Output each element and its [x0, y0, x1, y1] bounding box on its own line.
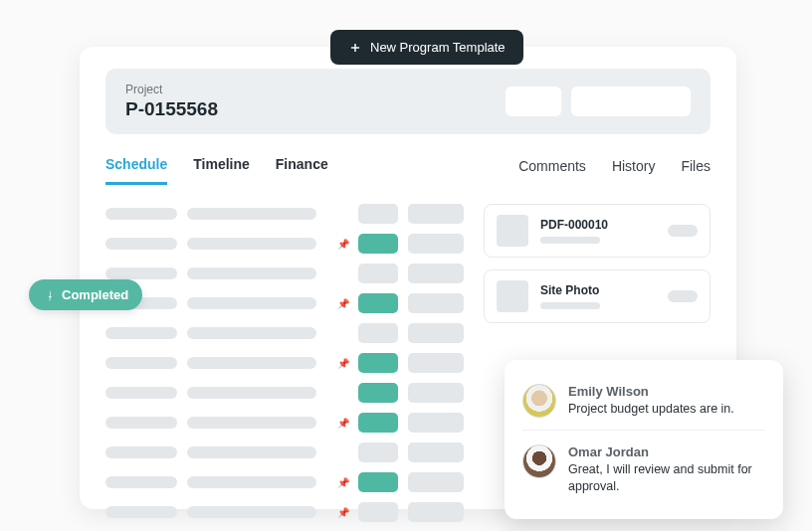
- placeholder-bar: [408, 383, 464, 403]
- file-thumbnail-icon: [497, 280, 528, 312]
- tab-timeline[interactable]: Timeline: [193, 156, 250, 185]
- file-card[interactable]: PDF-000010: [484, 204, 710, 258]
- placeholder-bar: [187, 267, 316, 279]
- tab-comments[interactable]: Comments: [518, 158, 586, 184]
- status-bar: [358, 383, 398, 403]
- schedule-row: 📌: [105, 234, 464, 254]
- comment-item: Emily Wilson Project budget updates are …: [522, 376, 765, 426]
- file-badge: [668, 225, 698, 237]
- placeholder-bar: [105, 357, 177, 369]
- schedule-row: [105, 204, 464, 224]
- placeholder-bar: [358, 264, 398, 283]
- schedule-row: 📌: [105, 502, 464, 522]
- pin-icon: 📌: [338, 358, 348, 368]
- file-info: PDF-000010: [540, 218, 656, 244]
- placeholder-bar: [358, 502, 398, 522]
- schedule-row: [105, 323, 464, 343]
- pin-icon: 📌: [338, 418, 348, 428]
- comment-body: Omar Jordan Great, I will review and sub…: [568, 444, 765, 495]
- header-box-large[interactable]: [571, 87, 691, 116]
- placeholder-bar: [187, 417, 316, 429]
- placeholder-bar: [187, 446, 316, 458]
- placeholder-bar: [408, 323, 464, 343]
- placeholder-bar: [187, 297, 316, 309]
- status-bar: [358, 234, 398, 254]
- placeholder-bar: [187, 327, 316, 339]
- file-badge: [668, 290, 698, 302]
- pin-icon: 📌: [338, 239, 348, 249]
- file-subtitle-placeholder: [540, 302, 600, 309]
- placeholder-bar: [187, 387, 316, 399]
- tab-history[interactable]: History: [612, 158, 656, 184]
- placeholder-bar: [408, 234, 464, 254]
- pin-icon: [43, 289, 55, 301]
- placeholder-bar: [105, 208, 177, 220]
- status-bar: [358, 293, 398, 313]
- header-action-placeholders: [506, 87, 691, 116]
- status-bar: [358, 413, 398, 433]
- placeholder-bar: [408, 413, 464, 433]
- completed-label: Completed: [62, 287, 128, 302]
- schedule-row: 📌: [105, 472, 464, 492]
- schedule-row: 📌: [105, 293, 464, 313]
- placeholder-bar: [408, 442, 464, 462]
- placeholder-bar: [105, 327, 177, 339]
- comment-item: Omar Jordan Great, I will review and sub…: [522, 430, 765, 503]
- comment-text: Project budget updates are in.: [568, 401, 765, 418]
- placeholder-bar: [408, 293, 464, 313]
- placeholder-bar: [105, 387, 177, 399]
- tab-files[interactable]: Files: [681, 158, 710, 184]
- placeholder-bar: [105, 267, 177, 279]
- placeholder-bar: [358, 442, 398, 462]
- placeholder-bar: [408, 204, 464, 224]
- placeholder-bar: [187, 238, 316, 250]
- placeholder-bar: [105, 506, 177, 518]
- project-title-block: Project P-0155568: [125, 83, 218, 120]
- placeholder-bar: [187, 506, 316, 518]
- placeholder-bar: [408, 264, 464, 283]
- schedule-list: 📌 📌: [105, 204, 464, 522]
- tabs-left: Schedule Timeline Finance: [105, 156, 328, 185]
- pin-icon: 📌: [338, 507, 348, 517]
- pin-icon: 📌: [338, 298, 348, 308]
- placeholder-bar: [358, 204, 398, 224]
- avatar: [522, 444, 556, 478]
- file-subtitle-placeholder: [540, 237, 600, 244]
- placeholder-bar: [105, 446, 177, 458]
- placeholder-bar: [105, 476, 177, 488]
- placeholder-bar: [187, 357, 316, 369]
- project-header: Project P-0155568: [105, 69, 710, 134]
- plus-icon: [348, 41, 362, 55]
- tab-finance[interactable]: Finance: [276, 156, 328, 185]
- file-info: Site Photo: [540, 283, 656, 309]
- tabs-row: Schedule Timeline Finance Comments Histo…: [105, 156, 710, 186]
- new-program-template-label: New Program Template: [370, 40, 506, 55]
- tab-schedule[interactable]: Schedule: [105, 156, 167, 185]
- tabs-right: Comments History Files: [518, 158, 710, 184]
- comment-author: Emily Wilson: [568, 384, 765, 399]
- project-label: Project: [125, 83, 218, 96]
- placeholder-bar: [358, 323, 398, 343]
- comment-text: Great, I will review and submit for appr…: [568, 461, 765, 495]
- file-card[interactable]: Site Photo: [484, 269, 710, 323]
- placeholder-bar: [187, 476, 316, 488]
- placeholder-bar: [408, 502, 464, 522]
- file-title: PDF-000010: [540, 218, 656, 232]
- file-thumbnail-icon: [497, 215, 528, 247]
- schedule-row: 📌: [105, 353, 464, 373]
- comment-body: Emily Wilson Project budget updates are …: [568, 384, 765, 418]
- placeholder-bar: [408, 353, 464, 373]
- schedule-row: [105, 264, 464, 283]
- schedule-row: [105, 442, 464, 462]
- file-title: Site Photo: [540, 283, 656, 297]
- comment-author: Omar Jordan: [568, 444, 765, 459]
- completed-status-pill[interactable]: Completed: [29, 279, 142, 310]
- new-program-template-button[interactable]: New Program Template: [330, 30, 523, 65]
- status-bar: [358, 353, 398, 373]
- avatar: [522, 384, 556, 418]
- placeholder-bar: [105, 238, 177, 250]
- placeholder-bar: [408, 472, 464, 492]
- header-box-small[interactable]: [506, 87, 561, 116]
- status-bar: [358, 472, 398, 492]
- placeholder-bar: [105, 417, 177, 429]
